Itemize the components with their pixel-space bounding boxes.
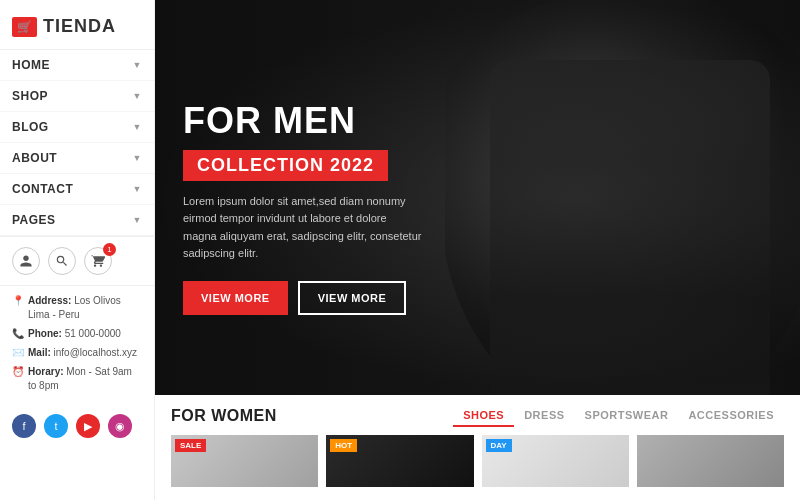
hero-buttons: VIEW MORE VIEW MORE (183, 281, 423, 315)
hero-title: FOR MEN (183, 100, 423, 142)
hot-badge: HOT (330, 439, 357, 452)
nav-shop[interactable]: SHOP ▼ (0, 81, 154, 112)
contact-info: 📍 Address: Los Olivos Lima - Peru 📞 Phon… (0, 286, 154, 406)
main-content: FOR MEN COLLECTION 2022 Lorem ipsum dolo… (155, 0, 800, 500)
bottom-section: FOR WOMEN SHOES DRESS SPORTSWEAR ACCESSO… (155, 395, 800, 500)
cart-badge: 1 (103, 243, 116, 256)
facebook-icon[interactable]: f (12, 414, 36, 438)
address-icon: 📍 (12, 294, 24, 308)
section-header: FOR WOMEN SHOES DRESS SPORTSWEAR ACCESSO… (171, 405, 784, 427)
cart-icon-button[interactable]: 1 (84, 247, 112, 275)
hero-description: Lorem ipsum dolor sit amet,sed diam nonu… (183, 193, 423, 263)
nav-pages[interactable]: PAGES ▼ (0, 205, 154, 236)
tab-accessories[interactable]: ACCESSORIES (678, 405, 784, 427)
mail-icon: ✉️ (12, 346, 24, 360)
chevron-icon: ▼ (133, 184, 142, 194)
nav-about[interactable]: ABOUT ▼ (0, 143, 154, 174)
product-grid: SALE HOT DAY (171, 435, 784, 487)
nav-contact[interactable]: CONTACT ▼ (0, 174, 154, 205)
chevron-icon: ▼ (133, 215, 142, 225)
user-icon-button[interactable] (12, 247, 40, 275)
chevron-icon: ▼ (133, 60, 142, 70)
chevron-icon: ▼ (133, 153, 142, 163)
hero-btn2[interactable]: VIEW MORE (298, 281, 407, 315)
day-badge: DAY (486, 439, 512, 452)
nav-menu: HOME ▼ SHOP ▼ BLOG ▼ ABOUT ▼ CONTACT ▼ P… (0, 49, 154, 236)
hero-badge: COLLECTION 2022 (183, 150, 388, 181)
sidebar-action-icons: 1 (0, 236, 154, 286)
logo-text: TIENDA (43, 16, 116, 37)
youtube-icon[interactable]: ▶ (76, 414, 100, 438)
tab-dress[interactable]: DRESS (514, 405, 574, 427)
phone-icon: 📞 (12, 327, 24, 341)
product-card[interactable] (637, 435, 784, 487)
search-icon-button[interactable] (48, 247, 76, 275)
sale-badge: SALE (175, 439, 206, 452)
twitter-icon[interactable]: t (44, 414, 68, 438)
logo[interactable]: 🛒 TIENDA (0, 10, 154, 49)
social-icons: f t ▶ ◉ (0, 406, 154, 446)
product-card[interactable]: SALE (171, 435, 318, 487)
horary-icon: ⏰ (12, 365, 24, 379)
sidebar: 🛒 TIENDA HOME ▼ SHOP ▼ BLOG ▼ ABOUT ▼ CO… (0, 0, 155, 500)
product-card[interactable]: DAY (482, 435, 629, 487)
tab-sportswear[interactable]: SPORTSWEAR (575, 405, 679, 427)
product-card[interactable]: HOT (326, 435, 473, 487)
instagram-icon[interactable]: ◉ (108, 414, 132, 438)
nav-home[interactable]: HOME ▼ (0, 50, 154, 81)
hero-btn1[interactable]: VIEW MORE (183, 281, 288, 315)
chevron-icon: ▼ (133, 122, 142, 132)
section-title: FOR WOMEN (171, 407, 277, 425)
tab-shoes[interactable]: SHOES (453, 405, 514, 427)
tabs: SHOES DRESS SPORTSWEAR ACCESSORIES (453, 405, 784, 427)
logo-icon: 🛒 (12, 17, 37, 37)
chevron-icon: ▼ (133, 91, 142, 101)
nav-blog[interactable]: BLOG ▼ (0, 112, 154, 143)
hero-content: FOR MEN COLLECTION 2022 Lorem ipsum dolo… (183, 100, 423, 315)
hero-section: FOR MEN COLLECTION 2022 Lorem ipsum dolo… (155, 0, 800, 395)
